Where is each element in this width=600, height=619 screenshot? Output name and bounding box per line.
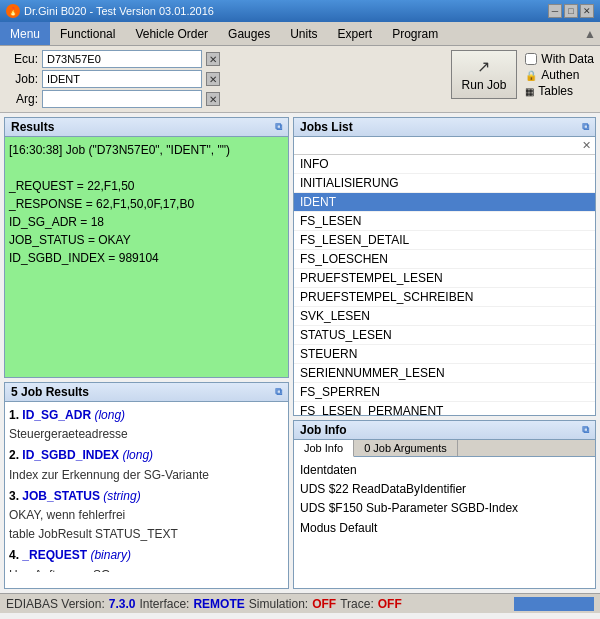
interface-label: Interface: — [139, 597, 189, 611]
jobs-list-content[interactable]: INFO INITIALISIERUNG IDENT FS_LESEN FS_L… — [294, 155, 595, 415]
with-data-checkbox[interactable] — [525, 53, 537, 65]
arg-row: Arg: ✕ — [6, 90, 443, 108]
authen-label: Authen — [541, 68, 579, 82]
arg-clear-button[interactable]: ✕ — [206, 92, 220, 106]
jobs-list-close-icon[interactable]: ✕ — [582, 139, 591, 152]
menu-item-gauges[interactable]: Gauges — [218, 22, 280, 45]
job-list-item[interactable]: PRUEFSTEMPEL_LESEN — [294, 269, 595, 288]
job-info-panel-icon[interactable]: ⧉ — [582, 424, 589, 436]
log-line: _REQUEST = 22,F1,50 — [9, 177, 284, 195]
results-panel-title: Results — [11, 120, 54, 134]
trace-value: OFF — [378, 597, 402, 611]
jobs-list-panel-icon[interactable]: ⧉ — [582, 121, 589, 133]
job-input[interactable] — [42, 70, 202, 88]
job-list-item[interactable]: FS_LOESCHEN — [294, 250, 595, 269]
authen-row: 🔒 Authen — [525, 68, 594, 82]
job-label: Job: — [6, 72, 38, 86]
menu-item-functional[interactable]: Functional — [50, 22, 125, 45]
log-line: [16:30:38] Job ("D73N57E0", "IDENT", "") — [9, 141, 284, 159]
list-item: 4. _REQUEST (binary) Hex-Auftrag an SG — [9, 546, 284, 572]
menu-item-vehicle-order[interactable]: Vehicle Order — [125, 22, 218, 45]
job-info-content: Identdaten UDS $22 ReadDataByIdentifier … — [294, 457, 595, 588]
job-results-panel: 5 Job Results ⧉ 1. ID_SG_ADR (long) Steu… — [4, 382, 289, 589]
ecu-input[interactable] — [42, 50, 202, 68]
jobs-list-panel: Jobs List ⧉ ✕ INFO INITIALISIERUNG IDENT… — [293, 117, 596, 416]
menu-bar-arrow: ▲ — [584, 27, 600, 41]
job-list-item[interactable]: SVK_LESEN — [294, 307, 595, 326]
maximize-button[interactable]: □ — [564, 4, 578, 18]
tab-job-info[interactable]: Job Info — [294, 440, 354, 457]
job-list-item[interactable]: PRUEFSTEMPEL_SCHREIBEN — [294, 288, 595, 307]
tab-job-arguments[interactable]: 0 Job Arguments — [354, 440, 458, 456]
job-info-panel: Job Info ⧉ Job Info 0 Job Arguments Iden… — [293, 420, 596, 589]
log-line — [9, 159, 284, 177]
job-list-item[interactable]: INITIALISIERUNG — [294, 174, 595, 193]
job-list-item[interactable]: FS_LESEN_DETAIL — [294, 231, 595, 250]
jobs-list-panel-title: Jobs List — [300, 120, 353, 134]
job-list-item[interactable]: FS_LESEN — [294, 212, 595, 231]
results-panel-icon[interactable]: ⧉ — [275, 121, 282, 133]
log-line: ID_SGBD_INDEX = 989104 — [9, 249, 284, 267]
job-info-panel-header: Job Info ⧉ — [294, 421, 595, 440]
trace-label: Trace: — [340, 597, 374, 611]
arg-label: Arg: — [6, 92, 38, 106]
simulation-label: Simulation: — [249, 597, 308, 611]
run-job-button[interactable]: ↗ Run Job — [451, 50, 518, 99]
menu-item-expert[interactable]: Expert — [327, 22, 382, 45]
job-info-line: UDS $F150 Sub-Parameter SGBD-Index — [300, 499, 589, 518]
main-content: Results ⧉ [16:30:38] Job ("D73N57E0", "I… — [0, 113, 600, 593]
toolbar: Ecu: ✕ Job: ✕ Arg: ✕ ↗ Run Job With Data… — [0, 46, 600, 113]
job-list-item[interactable]: STEUERN — [294, 345, 595, 364]
job-results-panel-title: 5 Job Results — [11, 385, 89, 399]
job-info-line: Identdaten — [300, 461, 589, 480]
results-panel-header: Results ⧉ — [5, 118, 288, 137]
toolbar-checkboxes: With Data 🔒 Authen ▦ Tables — [525, 50, 594, 98]
job-list-item[interactable]: STATUS_LESEN — [294, 326, 595, 345]
menu-item-units[interactable]: Units — [280, 22, 327, 45]
menu-bar: Menu Functional Vehicle Order Gauges Uni… — [0, 22, 600, 46]
interface-value: REMOTE — [193, 597, 244, 611]
menu-item-menu[interactable]: Menu — [0, 22, 50, 45]
status-progress-bar — [514, 597, 594, 611]
arg-input[interactable] — [42, 90, 202, 108]
right-panel: Jobs List ⧉ ✕ INFO INITIALISIERUNG IDENT… — [293, 117, 596, 589]
log-line: ID_SG_ADR = 18 — [9, 213, 284, 231]
results-panel: Results ⧉ [16:30:38] Job ("D73N57E0", "I… — [4, 117, 289, 378]
results-content: [16:30:38] Job ("D73N57E0", "IDENT", "")… — [5, 137, 288, 377]
jobs-list-panel-header: Jobs List ⧉ — [294, 118, 595, 137]
jobs-list-search-bar: ✕ — [294, 137, 595, 155]
job-results-content: 1. ID_SG_ADR (long) Steuergeraeteadresse… — [5, 402, 288, 572]
with-data-row: With Data — [525, 52, 594, 66]
run-job-label: Run Job — [462, 78, 507, 92]
job-info-line: Modus Default — [300, 519, 589, 538]
ecu-row: Ecu: ✕ — [6, 50, 443, 68]
app-icon: 🔥 — [6, 4, 20, 18]
job-list-item[interactable]: SERIENNUMMER_LESEN — [294, 364, 595, 383]
tables-icon: ▦ — [525, 86, 534, 97]
close-button[interactable]: ✕ — [580, 4, 594, 18]
list-item: 3. JOB_STATUS (string) OKAY, wenn fehler… — [9, 487, 284, 545]
job-info-panel-title: Job Info — [300, 423, 347, 437]
job-results-panel-header: 5 Job Results ⧉ — [5, 383, 288, 402]
job-results-panel-icon[interactable]: ⧉ — [275, 386, 282, 398]
job-list-item[interactable]: INFO — [294, 155, 595, 174]
ediabas-version: 7.3.0 — [109, 597, 136, 611]
job-list-item[interactable]: FS_LESEN_PERMANENT — [294, 402, 595, 415]
title-text: Dr.Gini B020 - Test Version 03.01.2016 — [24, 5, 214, 17]
menu-item-program[interactable]: Program — [382, 22, 448, 45]
run-job-icon: ↗ — [477, 57, 490, 76]
log-line: _RESPONSE = 62,F1,50,0F,17,B0 — [9, 195, 284, 213]
minimize-button[interactable]: ─ — [548, 4, 562, 18]
lock-icon: 🔒 — [525, 70, 537, 81]
list-item: 1. ID_SG_ADR (long) Steuergeraeteadresse — [9, 406, 284, 444]
title-buttons: ─ □ ✕ — [548, 4, 594, 18]
toolbar-fields: Ecu: ✕ Job: ✕ Arg: ✕ — [6, 50, 443, 108]
ecu-clear-button[interactable]: ✕ — [206, 52, 220, 66]
job-clear-button[interactable]: ✕ — [206, 72, 220, 86]
ecu-label: Ecu: — [6, 52, 38, 66]
job-list-item-selected[interactable]: IDENT — [294, 193, 595, 212]
job-list-item[interactable]: FS_SPERREN — [294, 383, 595, 402]
job-row: Job: ✕ — [6, 70, 443, 88]
job-info-line: UDS $22 ReadDataByIdentifier — [300, 480, 589, 499]
ediabas-label: EDIABAS Version: — [6, 597, 105, 611]
